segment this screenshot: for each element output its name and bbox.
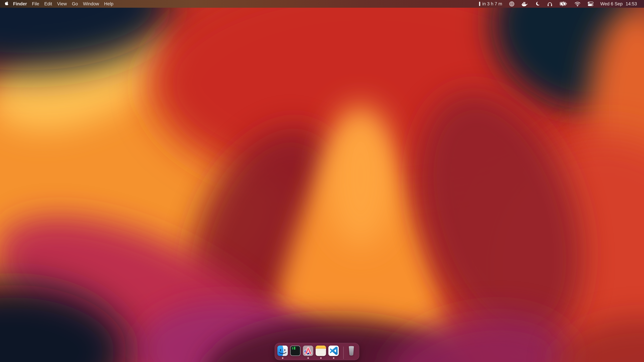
running-indicator [282, 357, 284, 359]
terminal-prompt: $ [292, 347, 295, 350]
apple-menu[interactable] [3, 0, 10, 8]
desktop-wallpaper [0, 0, 644, 362]
dock-item-terminal[interactable]: $ [290, 346, 301, 360]
docker-whale-icon[interactable] [522, 0, 528, 8]
wifi-icon[interactable] [574, 0, 580, 8]
status-timer[interactable]: in 3 h 7 m [479, 0, 502, 8]
dock-separator [343, 347, 344, 359]
dock-item-trash[interactable] [346, 346, 357, 360]
dock-item-vscode[interactable] [328, 346, 339, 360]
apple-logo-icon [5, 1, 8, 7]
menu-bar: Finder File Edit View Go Window Help in … [0, 0, 644, 8]
menu-bar-left: Finder File Edit View Go Window Help [0, 0, 116, 8]
timer-bar-icon [479, 1, 480, 6]
power-ring-icon[interactable] [509, 0, 514, 8]
arc-browser-icon [303, 346, 314, 356]
timer-label: in 3 h 7 m [482, 1, 502, 6]
status-clock[interactable]: Wed 6 Sep 14:53 [600, 1, 637, 6]
dock: $ [275, 343, 359, 360]
moon-focus-icon[interactable] [535, 0, 540, 8]
headphones-icon[interactable] [547, 0, 552, 8]
trash-icon [346, 346, 357, 356]
dock-item-arc[interactable] [303, 346, 314, 360]
menu-go[interactable]: Go [70, 0, 80, 8]
menu-window[interactable]: Window [80, 0, 102, 8]
running-indicator [320, 357, 322, 359]
control-center-icon[interactable] [588, 0, 594, 8]
menu-file[interactable]: File [30, 0, 42, 8]
menu-edit[interactable]: Edit [42, 0, 55, 8]
wallpaper-art [0, 0, 644, 362]
dock-item-finder[interactable] [277, 346, 288, 360]
menu-view[interactable]: View [55, 0, 70, 8]
vscode-icon [328, 346, 339, 356]
running-indicator [308, 357, 309, 359]
menu-help[interactable]: Help [102, 0, 116, 8]
running-indicator [333, 357, 334, 359]
menu-bar-status-area: in 3 h 7 m [479, 0, 644, 8]
battery-charging-icon[interactable] [560, 0, 567, 8]
clock-time: 14:53 [626, 1, 637, 6]
notes-icon [316, 346, 326, 356]
dock-item-notes[interactable] [316, 346, 326, 360]
finder-icon [277, 346, 288, 356]
menu-app-name[interactable]: Finder [10, 0, 30, 8]
terminal-cursor [294, 347, 295, 350]
clock-date: Wed 6 Sep [600, 1, 622, 6]
